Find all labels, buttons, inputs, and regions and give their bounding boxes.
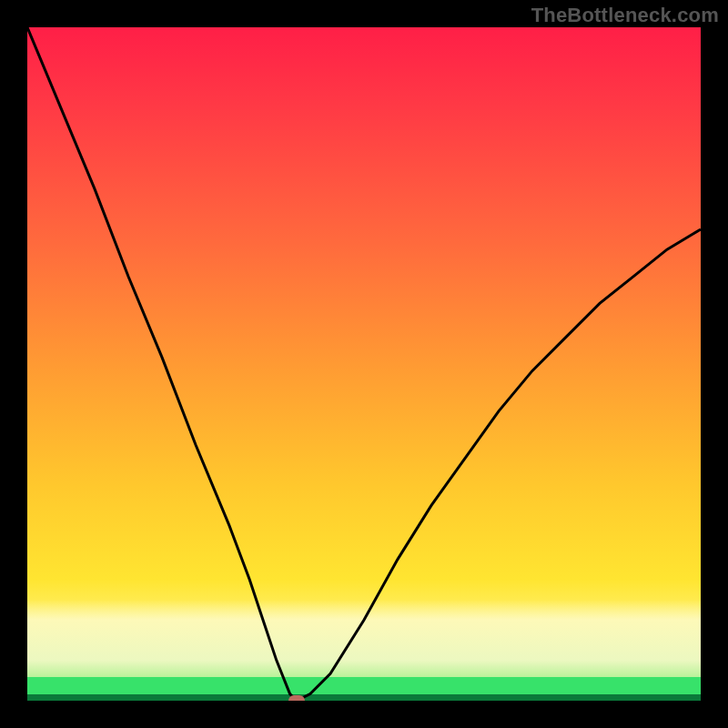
chart-frame: TheBottleneck.com [0, 0, 728, 728]
watermark-text: TheBottleneck.com [531, 4, 719, 27]
curve-svg [27, 27, 701, 701]
minimum-marker [288, 695, 305, 701]
plot-area [27, 27, 701, 701]
bottleneck-curve-path [27, 27, 701, 701]
